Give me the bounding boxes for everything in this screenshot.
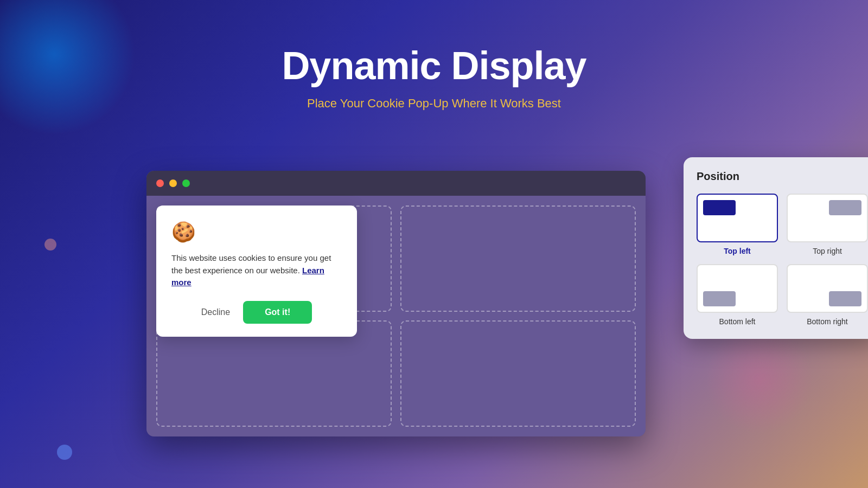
position-option-bottom-left[interactable]: Bottom left <box>697 264 778 326</box>
position-panel: Position Top left Top right Bottom left <box>684 157 868 339</box>
deco-circle-2 <box>57 445 72 460</box>
position-preview-top-right <box>787 194 868 242</box>
cookie-body-text: This website uses cookies to ensure you … <box>171 252 342 289</box>
position-label-bottom-right: Bottom right <box>807 317 847 326</box>
preview-indicator-bottom-right <box>829 291 861 306</box>
position-grid: Top left Top right Bottom left Bottom ri… <box>697 194 866 326</box>
position-option-top-left[interactable]: Top left <box>697 194 778 255</box>
deco-circle-1 <box>44 239 56 251</box>
position-preview-top-left <box>697 194 778 242</box>
browser-window: 🍪 This website uses cookies to ensure yo… <box>146 171 646 436</box>
page-header: Dynamic Display Place Your Cookie Pop-Up… <box>0 0 868 111</box>
preview-indicator-bottom-left <box>703 291 736 306</box>
position-option-top-right[interactable]: Top right <box>787 194 868 255</box>
bg-orb-pink <box>705 325 814 434</box>
traffic-light-green[interactable] <box>182 179 190 187</box>
gotit-button[interactable]: Got it! <box>243 301 312 324</box>
cookie-buttons: Decline Got it! <box>171 301 342 324</box>
preview-indicator-top-right <box>829 200 861 215</box>
traffic-light-red[interactable] <box>156 179 164 187</box>
decline-button[interactable]: Decline <box>201 307 230 317</box>
placeholder-block-4 <box>400 320 636 427</box>
cookie-popup: 🍪 This website uses cookies to ensure yo… <box>156 206 357 337</box>
browser-content: 🍪 This website uses cookies to ensure yo… <box>146 196 646 436</box>
placeholder-block-2 <box>400 206 636 312</box>
position-preview-bottom-right <box>787 264 868 313</box>
position-preview-bottom-left <box>697 264 778 313</box>
cookie-icon: 🍪 <box>171 221 342 243</box>
position-option-bottom-right[interactable]: Bottom right <box>787 264 868 326</box>
preview-indicator-top-left <box>703 200 736 215</box>
position-label-top-right: Top right <box>813 247 842 255</box>
page-subtitle: Place Your Cookie Pop-Up Where It Works … <box>0 97 868 111</box>
browser-titlebar <box>146 171 646 196</box>
position-label-top-left: Top left <box>724 247 751 255</box>
traffic-light-yellow[interactable] <box>169 179 177 187</box>
position-panel-title: Position <box>697 170 866 183</box>
position-label-bottom-left: Bottom left <box>719 317 756 326</box>
page-title: Dynamic Display <box>0 43 868 88</box>
